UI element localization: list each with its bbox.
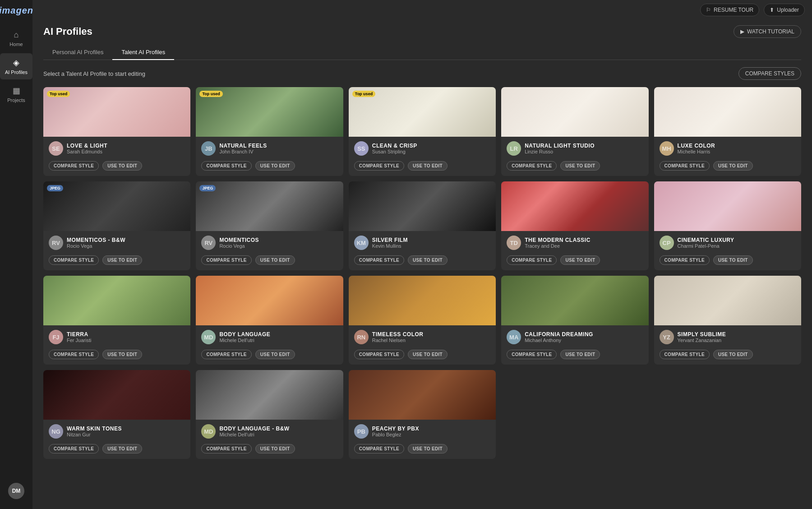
card-profile-name: MOMENTICOS - B&W <box>67 237 125 243</box>
compare-style-button[interactable]: COMPARE STYLE <box>354 444 404 453</box>
card-author-name: Kevin Mullins <box>372 243 408 249</box>
card-actions: COMPARE STYLE USE TO EDIT <box>196 441 343 459</box>
compare-style-button[interactable]: COMPARE STYLE <box>49 444 99 453</box>
profile-card[interactable]: LR NATURAL LIGHT STUDIO Linzie Russo COM… <box>501 87 648 176</box>
card-image-bg <box>654 181 801 231</box>
avatar-initials: NG <box>49 424 63 439</box>
card-author-name: Nitzan Gur <box>67 432 122 437</box>
compare-style-button[interactable]: COMPARE STYLE <box>354 350 404 359</box>
use-to-edit-button[interactable]: USE TO EDIT <box>560 350 600 359</box>
topbar: ⚐ RESUME TOUR ⬆ Uploader <box>693 0 812 20</box>
use-to-edit-button[interactable]: USE TO EDIT <box>408 444 448 453</box>
avatar-initials: RN <box>354 330 369 344</box>
use-to-edit-button[interactable]: USE TO EDIT <box>713 350 753 359</box>
compare-style-button[interactable]: COMPARE STYLE <box>507 161 557 171</box>
card-actions: COMPARE STYLE USE TO EDIT <box>349 347 496 365</box>
use-to-edit-button[interactable]: USE TO EDIT <box>560 255 600 265</box>
compare-style-button[interactable]: COMPARE STYLE <box>354 255 404 265</box>
compare-style-button[interactable]: COMPARE STYLE <box>201 444 251 453</box>
card-author-name: Tracey and Dee <box>525 243 591 249</box>
avatar-initials: RV <box>201 236 216 250</box>
sidebar-item-home[interactable]: ⌂ Home <box>0 26 32 51</box>
sidebar-item-projects[interactable]: ▦ Projects <box>0 81 32 107</box>
top-used-badge: Top used <box>47 91 70 97</box>
profile-card[interactable]: MA CALIFORNIA DREAMING Michael Anthony C… <box>501 276 648 365</box>
compare-style-button[interactable]: COMPARE STYLE <box>201 161 251 171</box>
compare-style-button[interactable]: COMPARE STYLE <box>507 255 557 265</box>
compare-style-button[interactable]: COMPARE STYLE <box>49 255 99 265</box>
card-image-bg <box>43 181 190 231</box>
profile-card[interactable]: TD THE MODERN CLASSIC Tracey and Dee COM… <box>501 181 648 270</box>
tabs: Personal AI Profiles Talent AI Profiles <box>43 45 801 60</box>
use-to-edit-button[interactable]: USE TO EDIT <box>408 255 448 265</box>
card-text: SILVER FILM Kevin Mullins <box>372 237 408 249</box>
compare-style-button[interactable]: COMPARE STYLE <box>354 161 404 171</box>
profile-card[interactable]: Top used JB NATURAL FEELS John Branch IV… <box>196 87 343 176</box>
card-info: JB NATURAL FEELS John Branch IV <box>196 137 343 158</box>
profile-card[interactable]: MD BODY LANGUAGE - B&W Michele Dell'utri… <box>196 370 343 459</box>
avatar-initials: RV <box>49 236 63 250</box>
profile-card[interactable]: NG WARM SKIN TONES Nitzan Gur COMPARE ST… <box>43 370 190 459</box>
card-actions: COMPARE STYLE USE TO EDIT <box>43 158 190 176</box>
profile-card[interactable]: CP CINEMATIC LUXURY Charmi Patel-Pena CO… <box>654 181 801 270</box>
use-to-edit-button[interactable]: USE TO EDIT <box>560 161 600 171</box>
compare-style-button[interactable]: COMPARE STYLE <box>660 255 710 265</box>
use-to-edit-button[interactable]: USE TO EDIT <box>255 350 295 359</box>
use-to-edit-button[interactable]: USE TO EDIT <box>713 255 753 265</box>
use-to-edit-button[interactable]: USE TO EDIT <box>255 255 295 265</box>
compare-style-button[interactable]: COMPARE STYLE <box>201 350 251 359</box>
card-actions: COMPARE STYLE USE TO EDIT <box>196 347 343 365</box>
avatar-initials: MA <box>507 330 521 344</box>
card-profile-name: TIMELESS COLOR <box>372 331 424 338</box>
use-to-edit-button[interactable]: USE TO EDIT <box>102 161 142 171</box>
profile-card[interactable]: RN TIMELESS COLOR Rachel Nielsen COMPARE… <box>349 276 496 365</box>
card-info: FJ TIERRA Fer Juaristi <box>43 325 190 347</box>
card-profile-name: CALIFORNIA DREAMING <box>525 331 593 338</box>
use-to-edit-button[interactable]: USE TO EDIT <box>408 350 448 359</box>
sidebar-item-ai-profiles[interactable]: ◈ AI Profiles <box>0 53 32 79</box>
use-to-edit-button[interactable]: USE TO EDIT <box>408 161 448 171</box>
card-author-name: Pablo Beglez <box>372 432 419 437</box>
compare-styles-button[interactable]: COMPARE STYLES <box>738 67 801 80</box>
profile-card[interactable]: MH LUXE COLOR Michelle Harris COMPARE ST… <box>654 87 801 176</box>
use-to-edit-button[interactable]: USE TO EDIT <box>255 444 295 453</box>
use-to-edit-button[interactable]: USE TO EDIT <box>102 350 142 359</box>
profile-card[interactable]: MD BODY LANGUAGE Michele Dell'utri COMPA… <box>196 276 343 365</box>
card-actions: COMPARE STYLE USE TO EDIT <box>196 253 343 270</box>
card-text: BODY LANGUAGE Michele Dell'utri <box>219 331 270 343</box>
use-to-edit-button[interactable]: USE TO EDIT <box>102 444 142 453</box>
card-avatar: RV <box>201 236 216 250</box>
uploader-button[interactable]: ⬆ Uploader <box>764 4 805 16</box>
avatar-initials: LR <box>507 141 521 156</box>
watch-tutorial-button[interactable]: ▶ WATCH TUTORIAL <box>734 25 801 38</box>
compare-style-button[interactable]: COMPARE STYLE <box>660 161 710 171</box>
use-to-edit-button[interactable]: USE TO EDIT <box>255 161 295 171</box>
profile-card[interactable]: Top used SS CLEAN & CRISP Susan Striplin… <box>349 87 496 176</box>
tab-personal-ai-profiles[interactable]: Personal AI Profiles <box>43 45 112 60</box>
compare-style-button[interactable]: COMPARE STYLE <box>507 350 557 359</box>
resume-tour-button[interactable]: ⚐ RESUME TOUR <box>700 4 759 16</box>
profile-card[interactable]: JPEG RV MOMENTICOS Rocio Vega COMPARE ST… <box>196 181 343 270</box>
user-avatar[interactable]: DM <box>8 483 24 499</box>
compare-style-button[interactable]: COMPARE STYLE <box>660 350 710 359</box>
card-author-name: Michael Anthony <box>525 338 593 343</box>
card-profile-name: WARM SKIN TONES <box>67 426 122 432</box>
card-actions: COMPARE STYLE USE TO EDIT <box>654 347 801 365</box>
use-to-edit-button[interactable]: USE TO EDIT <box>102 255 142 265</box>
card-image <box>654 276 801 325</box>
profile-card[interactable]: FJ TIERRA Fer Juaristi COMPARE STYLE USE… <box>43 276 190 365</box>
card-author-name: Charmi Patel-Pena <box>678 243 734 249</box>
profile-card[interactable]: JPEG RV MOMENTICOS - B&W Rocio Vega COMP… <box>43 181 190 270</box>
card-image <box>654 87 801 137</box>
use-to-edit-button[interactable]: USE TO EDIT <box>713 161 753 171</box>
card-text: MOMENTICOS Rocio Vega <box>219 237 259 249</box>
profile-card[interactable]: KM SILVER FILM Kevin Mullins COMPARE STY… <box>349 181 496 270</box>
compare-style-button[interactable]: COMPARE STYLE <box>201 255 251 265</box>
profile-card[interactable]: Top used SE LOVE & LIGHT Sarah Edmunds C… <box>43 87 190 176</box>
tab-talent-ai-profiles[interactable]: Talent AI Profiles <box>112 45 174 60</box>
compare-style-button[interactable]: COMPARE STYLE <box>49 161 99 171</box>
compare-style-button[interactable]: COMPARE STYLE <box>49 350 99 359</box>
profile-card[interactable]: PB PEACHY BY PBX Pablo Beglez COMPARE ST… <box>349 370 496 459</box>
profile-card[interactable]: YZ SIMPLY SUBLIME Yervant Zanazanian COM… <box>654 276 801 365</box>
card-actions: COMPARE STYLE USE TO EDIT <box>43 441 190 459</box>
